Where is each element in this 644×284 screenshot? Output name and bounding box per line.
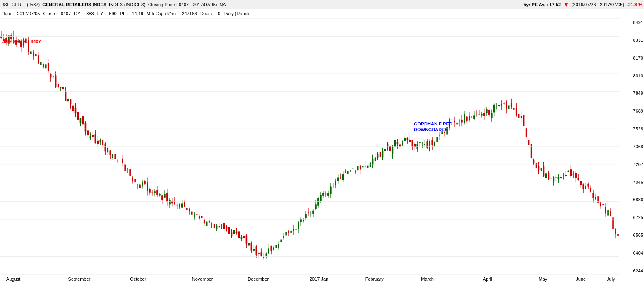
y-axis-label: 8170 [620, 55, 643, 60]
y-axis-label: 6244 [620, 268, 643, 273]
dy-val: 383 [86, 11, 94, 16]
na-label: NA [220, 2, 226, 7]
x-axis: AugustSeptemberOctoberNovemberDecember20… [0, 274, 619, 284]
x-axis-label: 2017 Jan [310, 277, 328, 282]
code-label: (J537) [27, 2, 40, 7]
y-axis-label: 8331 [620, 38, 643, 43]
x-axis-label: September [68, 277, 91, 282]
close-val: 6407 [61, 11, 71, 16]
y-axis-label: 7207 [620, 162, 643, 167]
x-axis-label: February [365, 277, 384, 282]
period-label: Daily (Rand) [223, 11, 249, 16]
y-axis-label: 7528 [620, 126, 643, 131]
x-axis-label: June [576, 277, 586, 282]
y-axis: 8491833181708010784976897528736872077046… [619, 18, 644, 275]
x-axis-label: March [421, 277, 434, 282]
x-axis-label: November [192, 277, 213, 282]
y-axis-label: 7689 [620, 108, 643, 113]
ey-label: EY : [97, 11, 106, 16]
mktcap-val: 247166 [182, 11, 197, 16]
change-pct: -21.8 % [627, 2, 642, 7]
index-name: GENERAL RETAILERS INDEX [42, 2, 106, 7]
deals-val: 0 [218, 11, 220, 16]
ticker-label: JSE-GERE [2, 2, 24, 7]
y-axis-label: 6565 [620, 233, 643, 238]
mktcap-label: Mrk Cap (R'm) : [147, 11, 178, 16]
close-label: Close : [43, 11, 57, 16]
pe-val: 14.49 [132, 11, 143, 16]
date-val: 2017/07/05 [17, 11, 40, 16]
ey-val: 690 [109, 11, 116, 16]
y-axis-label: 6404 [620, 250, 643, 255]
x-axis-label: December [248, 277, 269, 282]
arrow-down-icon: ▼ [563, 1, 569, 8]
deals-label: Deals : [200, 11, 214, 16]
date-label: Date : [2, 11, 14, 16]
annotation-line2: DOWNGRADES [414, 127, 452, 132]
x-axis-label: May [539, 277, 548, 282]
header-bar-1: JSE-GERE (J537) GENERAL RETAILERS INDEX … [0, 0, 644, 9]
dy-label: DY : [74, 11, 83, 16]
y-axis-label: 8010 [620, 73, 643, 78]
annotation-line1: GORDHAN FIRED [414, 121, 452, 127]
y-axis-label: 7046 [620, 180, 643, 185]
change-period: (2016/07/26 - 2017/07/05) [572, 2, 624, 7]
x-axis-label: April [483, 277, 492, 282]
x-axis-label: August [6, 277, 20, 282]
pe-label: PE : [120, 11, 129, 16]
price-label: JSE-GERE = 8407 [2, 39, 41, 44]
y-axis-label: 8491 [620, 20, 643, 25]
chart-container: JSE-GERE = 8407 GORDHAN FIRED DOWNGRADES… [0, 18, 644, 284]
annotation-label: GORDHAN FIRED DOWNGRADES [414, 121, 452, 133]
date-range: (2017/07/05) [191, 2, 217, 7]
closing-price: Closing Price : 6407 [148, 2, 189, 7]
y-axis-label: 6886 [620, 197, 643, 202]
y-axis-label: 7849 [620, 91, 643, 96]
pe-avg: 5yr PE Av. : 17.52 [524, 2, 561, 7]
header-bar-2: Date : 2017/07/05 Close : 6407 DY : 383 … [0, 9, 644, 18]
index-type: INDEX (INDICES) [109, 2, 146, 7]
y-axis-label: 6725 [620, 215, 643, 220]
x-axis-label: October [130, 277, 146, 282]
x-axis-label: July [607, 277, 615, 282]
y-axis-label: 7368 [620, 144, 643, 149]
